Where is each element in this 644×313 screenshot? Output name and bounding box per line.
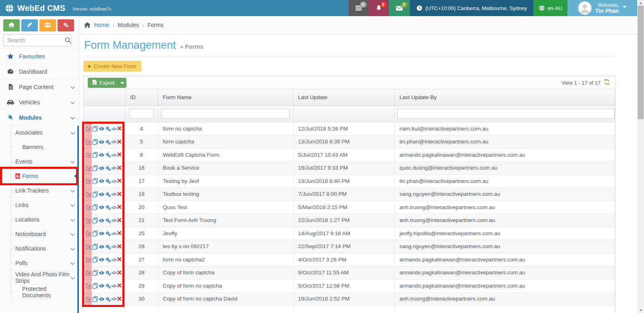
column-header-last-update[interactable]: Last Update (293, 89, 394, 106)
scroll-up-arrow[interactable] (637, 0, 644, 6)
edit-icon[interactable] (86, 244, 92, 250)
edit-icon[interactable] (86, 218, 92, 224)
settings-icon[interactable] (105, 270, 111, 276)
edit-icon[interactable] (86, 139, 92, 145)
settings-icon[interactable] (105, 139, 111, 145)
preview-icon[interactable] (99, 165, 105, 171)
search-input[interactable] (3, 34, 72, 46)
filter-form-name-input[interactable] (161, 109, 290, 119)
sidebar-item-forms[interactable]: BeForms (0, 169, 79, 183)
quick-edit-button[interactable] (21, 19, 38, 31)
column-header-last-update-by[interactable]: Last Update By (394, 89, 615, 106)
copy-icon[interactable] (92, 139, 98, 145)
embed-code-icon[interactable]: </> (111, 165, 117, 171)
sidebar-item-locations[interactable]: Locations (0, 212, 79, 227)
edit-icon[interactable] (86, 165, 92, 171)
copy-icon[interactable] (92, 218, 98, 224)
preview-icon[interactable] (99, 204, 105, 210)
edit-icon[interactable] (86, 257, 92, 263)
delete-icon[interactable] (117, 283, 123, 289)
create-new-form-button[interactable]: + Create New Form (83, 61, 141, 72)
embed-code-icon[interactable]: </> (111, 204, 117, 210)
export-button[interactable]: x Export (88, 78, 126, 88)
embed-code-icon[interactable]: </> (111, 126, 117, 132)
column-header-form-name[interactable]: Form Name (158, 89, 293, 106)
settings-icon[interactable] (105, 152, 111, 158)
sidebar-item-banners[interactable]: Banners (0, 140, 79, 154)
settings-icon[interactable] (105, 191, 111, 197)
copy-icon[interactable] (92, 244, 98, 250)
sidebar-item-video-and-photo-film-strips[interactable]: Video And Photo Film Strips (0, 270, 79, 285)
edit-icon[interactable] (86, 178, 92, 184)
scroll-down-arrow[interactable] (637, 307, 644, 313)
sidebar-item-links[interactable]: Links (0, 198, 79, 212)
edit-icon[interactable] (86, 191, 92, 197)
preview-icon[interactable] (99, 139, 105, 145)
embed-code-icon[interactable]: </> (111, 218, 117, 224)
copy-icon[interactable] (92, 283, 98, 289)
preview-icon[interactable] (99, 296, 105, 302)
embed-code-icon[interactable]: </> (111, 230, 117, 236)
sidebar-item-modules[interactable]: Modules (0, 110, 79, 125)
delete-icon[interactable] (117, 178, 123, 184)
quick-settings-button[interactable] (58, 19, 74, 31)
breadcrumb-modules[interactable]: Modules (118, 22, 139, 28)
preview-icon[interactable] (99, 152, 105, 158)
delete-icon[interactable] (117, 126, 123, 132)
preview-icon[interactable] (99, 126, 105, 132)
embed-code-icon[interactable]: </> (111, 257, 117, 263)
settings-icon[interactable] (105, 126, 111, 132)
sidebar-item-notifications[interactable]: Notifications (0, 241, 79, 256)
delete-icon[interactable] (117, 296, 123, 302)
embed-code-icon[interactable]: </> (111, 244, 117, 250)
copy-icon[interactable] (92, 178, 98, 184)
vertical-scrollbar[interactable] (637, 0, 644, 313)
settings-icon[interactable] (105, 178, 111, 184)
sidebar-item-protected-documents[interactable]: Protected Documents (0, 285, 79, 299)
settings-icon[interactable] (105, 296, 111, 302)
edit-icon[interactable] (86, 270, 92, 276)
edit-icon[interactable] (86, 296, 92, 302)
filter-id-input[interactable] (129, 109, 154, 119)
language-selector[interactable]: en-AU (533, 0, 568, 16)
edit-icon[interactable] (86, 283, 92, 289)
copy-icon[interactable] (92, 126, 98, 132)
edit-icon[interactable] (86, 126, 92, 132)
copy-icon[interactable] (92, 257, 98, 263)
edit-icon[interactable] (86, 230, 92, 236)
export-dropdown-caret[interactable] (119, 78, 126, 87)
refresh-icon[interactable] (604, 79, 610, 86)
copy-icon[interactable] (92, 204, 98, 210)
sidebar-item-dashboard[interactable]: DashBoard (0, 64, 79, 79)
copy-icon[interactable] (92, 270, 98, 276)
delete-icon[interactable] (117, 270, 123, 276)
preview-icon[interactable] (99, 244, 105, 250)
breadcrumb-home[interactable]: Home (94, 22, 109, 28)
embed-code-icon[interactable]: </> (111, 283, 117, 289)
sidebar-item-vehicles[interactable]: Vehicles (0, 95, 79, 110)
settings-icon[interactable] (105, 283, 111, 289)
sidebar-item-events[interactable]: Events (0, 154, 79, 169)
scrollbar-thumb[interactable] (638, 6, 644, 119)
embed-code-icon[interactable]: </> (111, 152, 117, 158)
timezone-selector[interactable]: (UTC+10:00) Canberra, Melbourne, Sydney (410, 0, 534, 16)
delete-icon[interactable] (117, 191, 123, 197)
settings-icon[interactable] (105, 165, 111, 171)
delete-icon[interactable] (117, 257, 123, 263)
column-header-id[interactable]: ID (125, 89, 158, 106)
embed-code-icon[interactable]: </> (111, 270, 117, 276)
sidebar-item-link-trackers[interactable]: Link Trackers (0, 183, 79, 198)
sidebar-item-favourites[interactable]: Favourites (0, 49, 79, 64)
settings-icon[interactable] (105, 204, 111, 210)
sidebar-item-polls[interactable]: Polls (0, 256, 79, 270)
delete-icon[interactable] (117, 218, 123, 224)
embed-code-icon[interactable]: </> (111, 191, 117, 197)
copy-icon[interactable] (92, 165, 98, 171)
preview-icon[interactable] (99, 230, 105, 236)
delete-icon[interactable] (117, 139, 123, 145)
preview-icon[interactable] (99, 178, 105, 184)
tasks-button[interactable]: 0 (349, 0, 369, 16)
copy-icon[interactable] (92, 230, 98, 236)
delete-icon[interactable] (117, 244, 123, 250)
settings-icon[interactable] (105, 218, 111, 224)
